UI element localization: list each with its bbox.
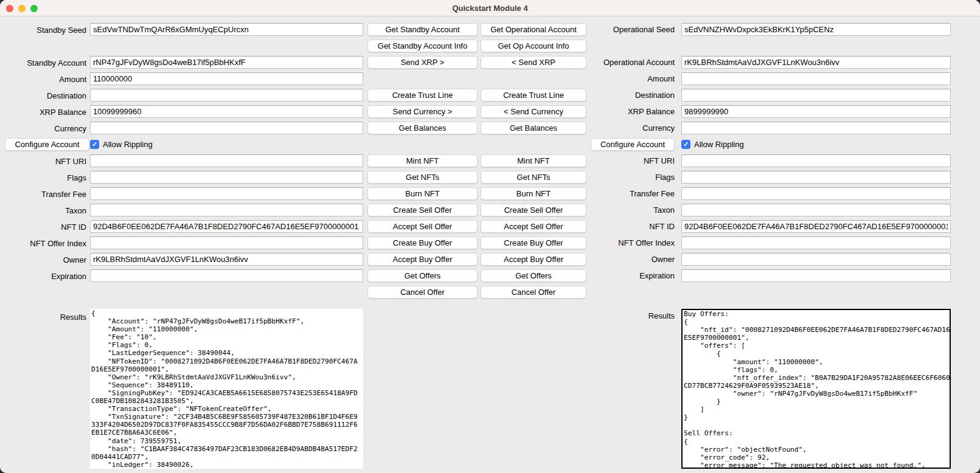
operational-accept-sell-offer-button[interactable]: Accept Sell Offer: [481, 220, 586, 233]
operational-account-label: Operational Account: [603, 58, 675, 67]
form-row: Standby Seed Get Standby Account Get Ope…: [0, 21, 980, 38]
form-row: Taxon Create Sell Offer Create Sell Offe…: [0, 202, 980, 218]
operational-burn-nft-button[interactable]: Burn NFT: [481, 187, 586, 200]
standby-get-nfts-button[interactable]: Get NFTs: [367, 171, 478, 184]
operational-seed-input[interactable]: [681, 23, 951, 36]
standby-currency-input[interactable]: [90, 122, 363, 134]
standby-get-balances-button[interactable]: Get Balances: [367, 122, 478, 134]
get-standby-account-info-button[interactable]: Get Standby Account Info: [367, 40, 478, 52]
operational-currency-input[interactable]: [681, 122, 951, 134]
standby-create-buy-offer-button[interactable]: Create Buy Offer: [367, 236, 478, 249]
standby-flags-input[interactable]: [90, 171, 363, 184]
standby-accept-buy-offer-button[interactable]: Accept Buy Offer: [367, 253, 478, 266]
operational-allow-rippling-checkbox[interactable]: ✓: [681, 140, 690, 149]
standby-burn-nft-button[interactable]: Burn NFT: [367, 187, 478, 200]
operational-xrp-balance-input[interactable]: [681, 105, 951, 118]
standby-transfer-fee-input[interactable]: [90, 187, 363, 200]
standby-allow-rippling-checkbox[interactable]: ✓: [90, 140, 99, 149]
operational-nft-uri-input[interactable]: [681, 154, 951, 167]
standby-send-xrp-button[interactable]: Send XRP >: [367, 56, 478, 69]
operational-owner-input[interactable]: [681, 253, 951, 266]
standby-mint-nft-button[interactable]: Mint NFT: [367, 154, 478, 167]
form-row: Standby Account Send XRP > < Send XRP Op…: [0, 54, 980, 71]
standby-expiration-input[interactable]: [90, 269, 363, 282]
standby-get-offers-button[interactable]: Get Offers: [367, 269, 478, 282]
operational-create-buy-offer-button[interactable]: Create Buy Offer: [481, 236, 586, 249]
standby-taxon-input[interactable]: [90, 204, 363, 216]
standby-nft-offer-index-label: NFT Offer Index: [30, 239, 86, 248]
standby-nft-offer-index-input[interactable]: [90, 236, 363, 249]
operational-accept-buy-offer-button[interactable]: Accept Buy Offer: [481, 253, 586, 266]
form-row: Get Standby Account Info Get Op Account …: [0, 38, 980, 54]
operational-create-sell-offer-button[interactable]: Create Sell Offer: [481, 204, 586, 216]
traffic-lights: [6, 5, 38, 12]
standby-xrp-balance-input[interactable]: [90, 105, 363, 118]
operational-configure-account-button[interactable]: Configure Account: [591, 138, 675, 151]
standby-results-textarea[interactable]: { "Account": "rNP47gJFvDyW8gsDo4weB17if5…: [90, 309, 363, 469]
operational-nft-uri-label: NFT URI: [644, 156, 675, 165]
window-title: Quickstart Module 4: [0, 0, 980, 16]
operational-results-label: Results: [648, 311, 675, 320]
standby-transfer-fee-label: Transfer Fee: [41, 190, 86, 199]
form-row: Transfer Fee Burn NFT Burn NFT Transfer …: [0, 185, 980, 202]
minimize-button[interactable]: [18, 5, 26, 12]
results-row: Results { "Account": "rNP47gJFvDyW8gsDo4…: [0, 309, 980, 469]
zoom-button[interactable]: [30, 5, 38, 12]
get-op-account-info-button[interactable]: Get Op Account Info: [481, 40, 586, 52]
form-row: XRP Balance Send Currency > < Send Curre…: [0, 103, 980, 120]
operational-results-textarea[interactable]: Buy Offers: { "nft_id": "0008271092D4B6F…: [681, 309, 951, 469]
operational-taxon-input[interactable]: [681, 204, 951, 216]
standby-destination-input[interactable]: [90, 89, 363, 102]
operational-create-trust-line-button[interactable]: Create Trust Line: [481, 89, 586, 102]
operational-flags-label: Flags: [655, 173, 675, 182]
operational-nft-id-label: NFT ID: [649, 222, 675, 231]
operational-nft-offer-index-input[interactable]: [681, 236, 951, 249]
standby-cancel-offer-button[interactable]: Cancel Offer: [367, 286, 478, 299]
operational-nft-offer-index-label: NFT Offer Index: [618, 238, 675, 247]
operational-get-nfts-button[interactable]: Get NFTs: [481, 171, 586, 184]
standby-taxon-label: Taxon: [65, 206, 86, 215]
form-row: Configure Account ✓ Allow Rippling Confi…: [0, 136, 980, 153]
operational-expiration-label: Expiration: [639, 271, 675, 280]
operational-get-balances-button[interactable]: Get Balances: [481, 122, 586, 134]
form-row: Currency Get Balances Get Balances Curre…: [0, 120, 980, 136]
form-row: Destination Create Trust Line Create Tru…: [0, 87, 980, 103]
standby-create-sell-offer-button[interactable]: Create Sell Offer: [367, 204, 478, 216]
main-form: Standby Seed Get Standby Account Get Ope…: [0, 16, 980, 469]
standby-nft-id-input[interactable]: [90, 220, 363, 233]
operational-send-xrp-button[interactable]: < Send XRP: [481, 56, 586, 69]
standby-nft-uri-input[interactable]: [90, 154, 363, 167]
get-standby-account-button[interactable]: Get Standby Account: [367, 23, 478, 36]
standby-owner-input[interactable]: [90, 253, 363, 266]
standby-seed-input[interactable]: [90, 23, 363, 36]
operational-cancel-offer-button[interactable]: Cancel Offer: [481, 286, 586, 299]
checkmark-icon: ✓: [92, 140, 97, 148]
standby-amount-input[interactable]: [90, 72, 363, 85]
operational-expiration-input[interactable]: [681, 269, 951, 282]
standby-send-currency-button[interactable]: Send Currency >: [367, 105, 478, 118]
standby-nft-id-label: NFT ID: [61, 223, 86, 232]
standby-configure-account-button[interactable]: Configure Account: [5, 138, 89, 151]
operational-account-input[interactable]: [681, 56, 951, 69]
title-bar[interactable]: Quickstart Module 4: [0, 0, 980, 16]
operational-flags-input[interactable]: [681, 171, 951, 184]
standby-results-label: Results: [60, 312, 86, 322]
standby-destination-label: Destination: [47, 91, 86, 100]
standby-create-trust-line-button[interactable]: Create Trust Line: [367, 89, 478, 102]
operational-get-offers-button[interactable]: Get Offers: [481, 269, 586, 282]
standby-accept-sell-offer-button[interactable]: Accept Sell Offer: [367, 220, 478, 233]
operational-send-currency-button[interactable]: < Send Currency: [481, 105, 586, 118]
get-operational-account-button[interactable]: Get Operational Account: [481, 23, 586, 36]
standby-currency-label: Currency: [54, 124, 86, 133]
operational-transfer-fee-input[interactable]: [681, 187, 951, 200]
operational-nft-id-input[interactable]: [681, 220, 951, 233]
standby-account-input[interactable]: [90, 56, 363, 69]
operational-amount-input[interactable]: [681, 72, 951, 85]
operational-taxon-label: Taxon: [653, 205, 675, 215]
standby-xrp-balance-label: XRP Balance: [40, 108, 86, 117]
operational-destination-input[interactable]: [681, 89, 951, 102]
form-row: Cancel Offer Cancel Offer: [0, 284, 980, 300]
close-button[interactable]: [6, 5, 13, 12]
operational-owner-label: Owner: [652, 255, 675, 264]
operational-mint-nft-button[interactable]: Mint NFT: [481, 154, 586, 167]
